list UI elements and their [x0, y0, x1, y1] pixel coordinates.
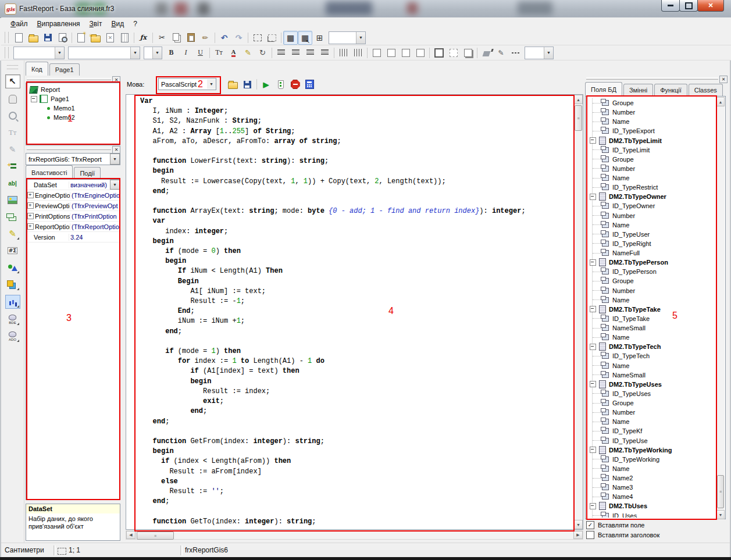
menu-item-2[interactable]: Звіт [85, 19, 107, 29]
db-table-dm2.tbuses[interactable]: DM2.TbUses [587, 501, 715, 511]
collapse-icon[interactable] [590, 503, 596, 509]
db-field-groupe[interactable]: Groupe [587, 98, 715, 108]
frame-all-button[interactable] [432, 46, 446, 60]
property-row-printoptions[interactable]: PrintOptions(TfrxPrintOption [26, 211, 120, 222]
db-field-id_typetech[interactable]: ID_TypeTech [587, 351, 715, 361]
paste-button[interactable] [184, 31, 198, 45]
align-center-button[interactable] [288, 46, 303, 60]
scrollbar-thumb[interactable]: ≡ [717, 475, 724, 508]
page-settings-button[interactable] [117, 31, 132, 45]
highlight-lines-1-button[interactable] [336, 46, 351, 60]
stop-button[interactable] [288, 77, 302, 91]
tab-doc-1[interactable]: Page1 [49, 63, 80, 76]
property-row-reportoptior[interactable]: ReportOptior(TfrxReportOptio [26, 222, 120, 232]
db-field-name[interactable]: Name [587, 220, 715, 230]
collapse-icon[interactable] [590, 447, 596, 453]
collapse-icon[interactable] [590, 306, 596, 312]
chevron-down-icon[interactable]: ▼ [207, 79, 216, 89]
property-row-engineoptior[interactable]: EngineOptior(TfrxEngineOptio [26, 190, 120, 201]
line-color-button[interactable] [494, 46, 508, 60]
expand-icon[interactable] [27, 213, 34, 219]
fit-to-grid-button[interactable] [312, 31, 327, 45]
chevron-down-icon[interactable]: ▼ [55, 47, 64, 59]
align-right-button[interactable] [303, 46, 318, 60]
chevron-down-icon[interactable]: ▼ [110, 154, 120, 165]
collapse-icon[interactable] [590, 137, 596, 144]
db-table-dm2.tbtypeperson[interactable]: DM2.TbTypePerson [587, 258, 715, 267]
property-row-previewoptic[interactable]: PreviewOptic(TfrxPreviewOpt [26, 201, 120, 211]
code-text[interactable]: Var I, iNum : Integer; S1, S2, NaznFunk … [140, 97, 571, 528]
toolbar-grip[interactable] [7, 65, 18, 69]
new-dialog-page-button[interactable] [88, 31, 103, 45]
tree-item-page1[interactable]: Page1 [26, 94, 120, 104]
db-field-number[interactable]: Number [587, 211, 715, 220]
db-field-name[interactable]: Name [587, 464, 715, 473]
tab-db-3[interactable]: Classes [689, 84, 723, 96]
menu-item-1[interactable]: Виправлення [33, 19, 85, 29]
delete-page-button[interactable] [103, 31, 117, 45]
menu-item-3[interactable]: Вид [106, 19, 129, 29]
collapse-icon[interactable] [590, 381, 596, 387]
line-style-button[interactable] [508, 46, 523, 60]
db-field-name2[interactable]: Name2 [587, 473, 715, 483]
insert-band-tool-button[interactable] [6, 160, 20, 173]
scroll-down-icon[interactable]: ▼ [574, 520, 583, 529]
db-field-name[interactable]: Name [587, 417, 715, 426]
db-field-number[interactable]: Number [587, 164, 715, 173]
collapse-icon[interactable] [590, 194, 596, 200]
db-table-dm2.tbtypelimit[interactable]: DM2.TbTypeLimit [587, 136, 715, 145]
redo-button[interactable] [231, 31, 246, 45]
font-size-combo[interactable]: ▼ [144, 47, 162, 59]
db-table-dm2.tbtypeowner[interactable]: DM2.TbTypeOwner [587, 192, 715, 201]
bde-components-tool-button[interactable]: BDE [6, 313, 20, 326]
db-field-id_typetake[interactable]: ID_TypeTake [587, 314, 715, 323]
tab-db-2[interactable]: Функції [654, 84, 687, 96]
tree-item-memo1[interactable]: Memo1 [26, 104, 120, 113]
frame-left-button[interactable] [398, 46, 413, 60]
scroll-up-icon[interactable]: ▲ [716, 97, 725, 106]
code-vertical-scrollbar[interactable]: ▲ ≡ ▼ [573, 95, 583, 529]
highlight-lines-2-button[interactable] [351, 46, 365, 60]
tab-doc-0[interactable]: Код [26, 62, 48, 76]
bold-button[interactable]: B [164, 46, 179, 60]
tree-panel-grip[interactable]: ✕ [26, 76, 120, 82]
db-field-name4[interactable]: Name4 [587, 492, 715, 501]
new-report-button[interactable] [12, 31, 26, 45]
property-value[interactable]: (TfrxPrintOption [70, 213, 120, 220]
db-field-namesmall[interactable]: NameSmall [587, 323, 715, 333]
chevron-down-icon[interactable]: ▼ [152, 47, 162, 59]
db-field-groupe[interactable]: Groupe [587, 155, 715, 164]
draw-tool-button[interactable] [6, 227, 20, 240]
shape-object-tool-button[interactable] [6, 261, 20, 274]
open-script-button[interactable] [226, 77, 240, 91]
group-button[interactable] [250, 31, 265, 45]
db-tree-scrollbar[interactable]: ▲ ≡ ▼ [716, 97, 725, 519]
property-row-dataset[interactable]: DataSetвизначений)▼ [26, 180, 120, 190]
db-field-id_typeperson[interactable]: ID_TypePerson [587, 267, 715, 276]
db-field-namefull[interactable]: NameFull [587, 248, 715, 258]
db-field-id_typeuse[interactable]: ID_TypeUse [587, 436, 715, 445]
db-panel-grip[interactable]: ✕ [585, 76, 728, 81]
zoom-combo[interactable]: ▼ [329, 31, 366, 44]
db-field-groupe[interactable]: Groupe [587, 276, 715, 286]
db-table-dm2.tbtypeworking[interactable]: DM2.TbTypeWorking [587, 445, 715, 455]
property-value[interactable]: визначений) [69, 181, 110, 188]
font-color-button[interactable]: A [226, 46, 241, 60]
open-report-button[interactable] [26, 31, 41, 45]
font-settings-button[interactable]: Tт [212, 46, 226, 60]
undo-button[interactable] [217, 31, 231, 45]
db-field-number[interactable]: Number [587, 108, 715, 117]
db-table-dm2.tbtypetech[interactable]: DM2.TbTypeTech [587, 342, 715, 351]
property-value[interactable]: 3.24 [69, 234, 120, 241]
style-combo[interactable]: ▼ [13, 47, 65, 59]
expand-icon[interactable] [27, 202, 34, 209]
preview-button[interactable] [55, 31, 70, 45]
show-grid-button[interactable] [283, 31, 298, 45]
fill-color-button[interactable] [479, 46, 494, 60]
tab-inspector-0[interactable]: Властивості [26, 165, 73, 179]
text-rotation-button[interactable] [255, 46, 270, 60]
chevron-down-icon[interactable]: ▼ [130, 47, 140, 59]
system-text-tool-button[interactable]: #Σ [6, 244, 20, 257]
scroll-up-icon[interactable]: ▲ [574, 95, 583, 104]
property-value[interactable]: (TfrxEngineOptio [70, 192, 120, 199]
